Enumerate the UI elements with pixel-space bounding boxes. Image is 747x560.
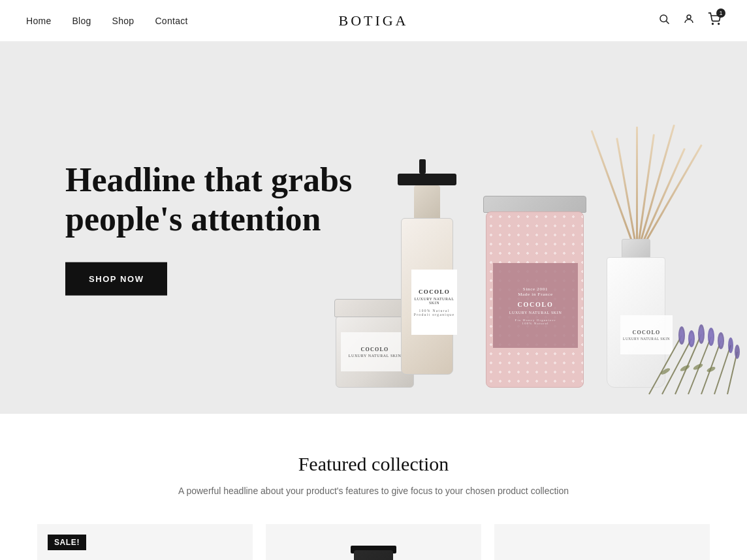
- search-icon[interactable]: [658, 13, 670, 28]
- hero-headline: Headline that grabs people's attention: [65, 161, 392, 239]
- svg-point-23: [719, 335, 723, 347]
- svg-point-2: [687, 15, 691, 19]
- product-pump-bottle: COCOLO LUXURY NATURAL SKIN 100% NaturalP…: [394, 166, 460, 375]
- user-icon[interactable]: [683, 13, 695, 28]
- lavender-decoration: [629, 322, 747, 401]
- nav-link-home[interactable]: Home: [26, 16, 51, 26]
- svg-line-5: [649, 335, 682, 394]
- cart-icon[interactable]: 1: [708, 12, 721, 29]
- featured-title: Featured collection: [26, 453, 721, 475]
- product-card-3[interactable]: [494, 524, 710, 560]
- sale-badge: SALE!: [48, 535, 86, 550]
- svg-point-3: [712, 23, 714, 25]
- svg-point-20: [690, 333, 693, 345]
- svg-point-4: [718, 23, 720, 25]
- svg-line-1: [666, 21, 669, 23]
- nav-actions: 1: [658, 12, 721, 29]
- svg-point-18: [735, 345, 740, 359]
- svg-point-21: [699, 327, 703, 341]
- svg-line-7: [675, 334, 701, 394]
- svg-point-0: [660, 15, 667, 22]
- shop-now-button[interactable]: SHOP NOW: [65, 262, 167, 295]
- hero-content: Headline that grabs people's attention S…: [65, 161, 392, 296]
- featured-subtitle: A powerful headline about your product's…: [178, 484, 569, 498]
- svg-point-19: [680, 329, 684, 342]
- featured-section: Featured collection A powerful headline …: [0, 414, 747, 560]
- navbar: Home Blog Shop Contact BOTIGA 1: [0, 0, 747, 42]
- svg-line-11: [727, 352, 737, 394]
- svg-point-22: [709, 330, 713, 343]
- nav-link-shop[interactable]: Shop: [112, 16, 135, 26]
- nav-link-blog[interactable]: Blog: [72, 16, 91, 26]
- cart-count: 1: [716, 8, 725, 18]
- product-grid: SALE!: [26, 524, 721, 560]
- product-card-1[interactable]: SALE!: [37, 524, 253, 560]
- product-card-2[interactable]: [266, 524, 481, 560]
- nav-links: Home Blog Shop Contact: [26, 16, 188, 26]
- brand-logo[interactable]: BOTIGA: [339, 12, 409, 29]
- hero-section: Headline that grabs people's attention S…: [0, 42, 747, 414]
- svg-point-17: [728, 337, 733, 353]
- product-canister-pink: Since 2001Made in France COCOLO LUXURY N…: [486, 192, 584, 388]
- nav-link-contact[interactable]: Contact: [155, 16, 187, 26]
